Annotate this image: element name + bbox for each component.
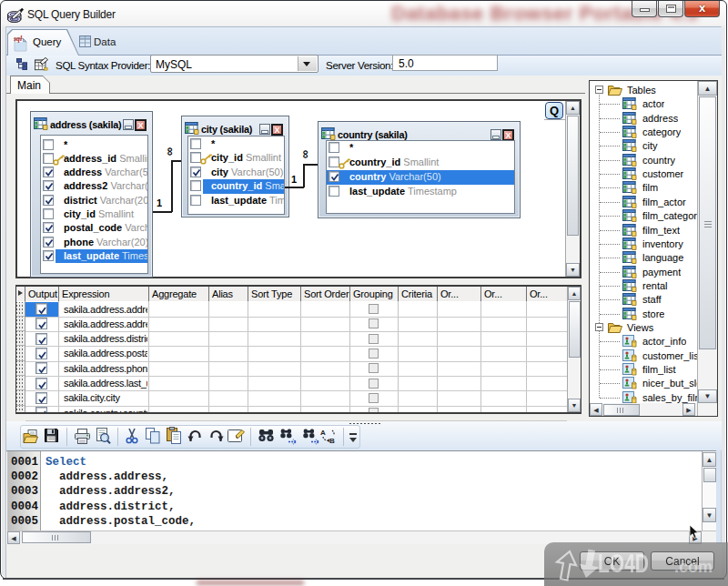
svg-text:sql: sql <box>14 35 23 43</box>
svg-text:B: B <box>329 437 335 445</box>
svg-text:A: A <box>320 429 326 437</box>
